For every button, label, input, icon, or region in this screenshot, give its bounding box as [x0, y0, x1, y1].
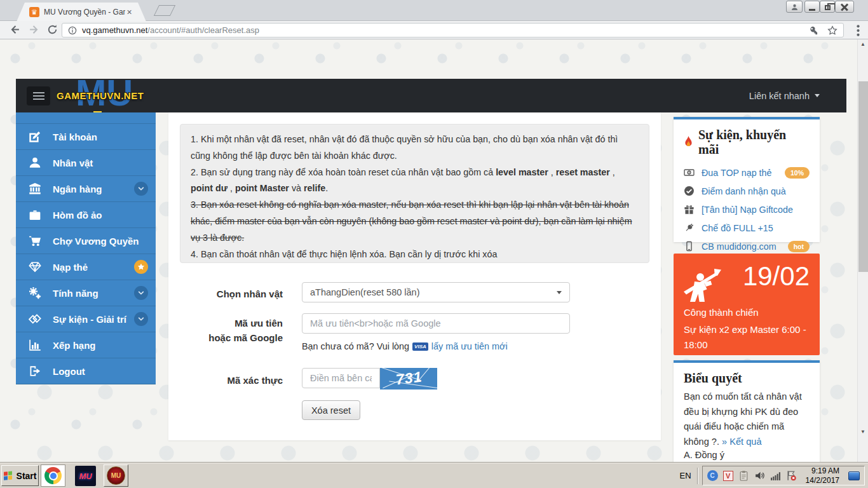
- chevron-down-icon[interactable]: [134, 312, 148, 326]
- tray-separator: [697, 468, 698, 484]
- event-link-che-do-full-15[interactable]: Chế đồ FULL +15: [702, 223, 773, 233]
- poll-title: Biểu quyết: [684, 371, 810, 386]
- sidebar-item-tinh-nang[interactable]: Tính năng: [16, 280, 156, 306]
- tray-clipboard-icon[interactable]: [738, 470, 749, 481]
- tab-title: MU Vương Quyền - Gameth: [44, 8, 125, 17]
- minimize-icon: [809, 9, 815, 11]
- sidebar-item-label: Tài khoản: [53, 132, 97, 142]
- tray-clock[interactable]: 9:19 AM 14/2/2017: [806, 466, 839, 485]
- start-button[interactable]: Start: [1, 465, 39, 486]
- chevron-down-icon[interactable]: [134, 286, 148, 300]
- sidebar-menu: Tài khoảnNhân vậtNgân hàngHòm đồ ảoChợ V…: [16, 112, 156, 384]
- tray-vietkey-icon[interactable]: V: [723, 471, 733, 481]
- sidebar-item-nap-the[interactable]: Nạp thẻ: [16, 254, 156, 280]
- language-indicator[interactable]: EN: [680, 471, 691, 480]
- sidebar-item-nhan-vat[interactable]: Nhân vật: [16, 149, 156, 175]
- event-link-dua-top-nap-the[interactable]: Đua TOP nạp thẻ: [702, 168, 772, 178]
- minimize-button[interactable]: [804, 1, 820, 13]
- character-select[interactable]: aThangDien(reset 580 lần): [302, 282, 570, 302]
- sidebar-item-label: Hòm đồ ảo: [53, 210, 102, 220]
- tab-close-icon[interactable]: ×: [125, 8, 133, 17]
- tray-volume-icon[interactable]: [754, 470, 765, 481]
- sidebar-item-ngan-hang[interactable]: Ngân hàng: [16, 175, 156, 201]
- url-path: /account/#auth/clearReset.asp: [147, 25, 259, 35]
- page-background: MU GAMETHUVN.NET Liên kết nhanh Tài khoả…: [0, 39, 857, 463]
- taskbar-mu-red-button[interactable]: MU: [104, 464, 128, 487]
- code-help-text: Bạn chưa có mã? Vui lòng: [302, 341, 409, 351]
- page-info-icon[interactable]: [68, 26, 77, 35]
- page-scrollbar[interactable]: ▲ ▼: [857, 39, 868, 463]
- mu-red-icon: MU: [107, 466, 125, 485]
- chrome-icon: [44, 467, 62, 484]
- quick-links-label: Liên kết nhanh: [749, 91, 810, 101]
- priority-code-label: Mã ưu tiên hoặc mã Google: [168, 316, 283, 345]
- sidebar-item-hom-do-ao[interactable]: Hòm đồ ảo: [16, 201, 156, 227]
- tags-icon: [29, 313, 41, 325]
- password-key-icon[interactable]: [809, 26, 818, 35]
- forward-button[interactable]: [29, 24, 39, 35]
- hamburger-menu-icon[interactable]: [27, 86, 50, 105]
- reload-button[interactable]: [47, 24, 58, 35]
- new-tab-button[interactable]: [154, 5, 175, 16]
- back-button[interactable]: [10, 24, 20, 35]
- event-item: CB mudidong.comhot: [684, 237, 810, 255]
- sidebar-item-label: Nhân vật: [53, 158, 93, 168]
- close-button[interactable]: [835, 1, 854, 13]
- sidebar-item-su-kien-giai-tri[interactable]: Sự kiện - Giải trí: [16, 306, 156, 332]
- browser-tab[interactable]: ♛ MU Vương Quyền - Gameth ×: [17, 3, 146, 22]
- scrollbar-up-icon[interactable]: ▲: [858, 41, 868, 47]
- tray-network-signal-icon[interactable]: [770, 470, 781, 481]
- sidebar-item-label: Ngân hàng: [53, 184, 102, 194]
- scrollbar-thumb[interactable]: [858, 81, 868, 272]
- url-bar[interactable]: vq.gamethuvn.net/account/#auth/clearRese…: [62, 23, 844, 37]
- maximize-icon: [825, 5, 831, 10]
- event-link-cb-mudidong-com[interactable]: CB mudidong.com: [702, 241, 776, 252]
- warrior-icon: [681, 266, 722, 303]
- taskbar-mu-dark-button[interactable]: MU: [75, 466, 96, 486]
- sidebar-item-cho-vuong-quyen[interactable]: Chợ Vương Quyền: [16, 227, 156, 254]
- event-link-diem-danh-nhan-qua[interactable]: Điểm danh nhận quà: [702, 186, 786, 196]
- chevron-down-icon[interactable]: [134, 182, 148, 196]
- event-item: Đua TOP nạp thẻ10%: [684, 163, 810, 182]
- cart-icon: [29, 234, 41, 247]
- captcha-input[interactable]: [302, 368, 380, 388]
- chevron-down-icon: [815, 94, 820, 97]
- delete-reset-button[interactable]: Xóa reset: [302, 400, 360, 420]
- gift-icon: [684, 204, 695, 215]
- banner-date: 19/02: [743, 261, 810, 292]
- instructions-box: 1. Khi một nhân vật đã reset, nhân vật đ…: [180, 124, 649, 263]
- scrollbar-down-icon[interactable]: ▼: [858, 429, 868, 435]
- profile-button[interactable]: [786, 1, 803, 13]
- poll-option: A. Đồng ý: [684, 448, 817, 463]
- event-banner[interactable]: 19/02 Công thành chiến Sự kiện x2 exp Ma…: [674, 254, 820, 355]
- browser-menu-icon[interactable]: [857, 24, 860, 35]
- instruction-line: 4. Bạn cần thoát nhân vật để thực hiện l…: [191, 247, 639, 263]
- logo-site-text: GAMETHUVN.NET: [57, 90, 144, 101]
- show-desktop-icon[interactable]: [848, 471, 860, 480]
- taskbar-chrome-button[interactable]: [41, 464, 65, 487]
- events-list: Đua TOP nạp thẻ10%Điểm danh nhận quà[Tân…: [684, 163, 810, 255]
- poll-result-link[interactable]: » Kết quả: [722, 437, 761, 447]
- sidebar-item-tai-khoan[interactable]: Tài khoản: [16, 123, 156, 149]
- site-navbar: MU GAMETHUVN.NET Liên kết nhanh: [16, 79, 846, 112]
- site-logo[interactable]: MU GAMETHUVN.NET: [57, 79, 177, 112]
- get-priority-code-link[interactable]: lấy mã ưu tiên mới: [431, 341, 508, 351]
- logout-icon: [29, 365, 41, 377]
- tray-shield-icon[interactable]: C: [707, 470, 718, 481]
- event-link-tan-thu-nap-giftcode[interactable]: [Tân thủ] Nạp Giftcode: [702, 205, 793, 215]
- sidebar-item-logout[interactable]: Logout: [16, 358, 156, 384]
- gears-icon: [29, 287, 41, 299]
- bookmark-star-icon[interactable]: [827, 25, 837, 36]
- tray-action-center-flag-icon[interactable]: [786, 470, 797, 481]
- quick-links-dropdown[interactable]: Liên kết nhanh: [749, 79, 820, 112]
- browser-tabstrip: ♛ MU Vương Quyền - Gameth ×: [0, 0, 868, 21]
- tray-date: 14/2/2017: [806, 476, 839, 485]
- banknote-icon: [684, 167, 695, 178]
- priority-code-input[interactable]: [302, 313, 570, 334]
- sidebar-item-xep-hang[interactable]: Xếp hạng: [16, 332, 156, 358]
- screen: ♛ MU Vương Quyền - Gameth × vq.gamethuvn…: [0, 0, 868, 488]
- maximize-button[interactable]: [820, 1, 835, 13]
- events-panel-title: Sự kiện, khuyến mãi: [684, 128, 810, 157]
- user-icon: [29, 156, 41, 169]
- poll-options: A. Đồng ýB. Không đồng ýC. Chỉ ngừng cho…: [684, 448, 817, 463]
